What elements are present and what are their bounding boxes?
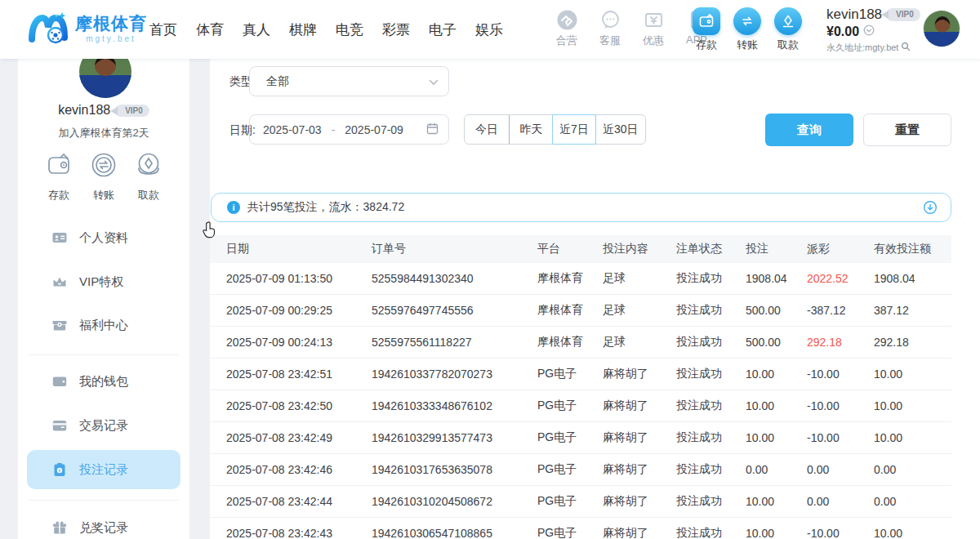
support-link[interactable]: 客服 bbox=[594, 9, 626, 48]
sidebar-wallet-actions: 存款 转账 取款 bbox=[18, 149, 189, 203]
cell-date: 2025-07-09 01:13:50 bbox=[226, 272, 372, 285]
range-last7days-button[interactable]: 近7日 bbox=[552, 114, 596, 145]
cell-order: 1942610317653635078 bbox=[372, 463, 537, 476]
header-withdraw-label: 取款 bbox=[777, 38, 799, 52]
partnership-link[interactable]: 合营 bbox=[550, 9, 583, 48]
sidebar-transfer-button[interactable]: 转账 bbox=[88, 149, 119, 203]
sidebar-item-transactions[interactable]: 交易记录 bbox=[27, 406, 180, 445]
transfer-icon bbox=[87, 149, 120, 181]
cell-order: 1942610337782070273 bbox=[372, 368, 537, 381]
query-button[interactable]: 查询 bbox=[765, 114, 853, 146]
summary-bar: i 共计95笔投注，流水：3824.72 bbox=[211, 193, 951, 222]
bet-records-icon bbox=[51, 461, 68, 478]
type-select[interactable]: 全部 bbox=[249, 66, 449, 96]
cell-valid: 10.00 bbox=[874, 368, 950, 381]
nav-item-esports[interactable]: 电竞 bbox=[336, 20, 363, 39]
cell-platform: PG电子 bbox=[537, 494, 603, 509]
sidebar-item-redeem-records[interactable]: 兑奖记录 bbox=[27, 508, 180, 539]
welfare-icon bbox=[51, 317, 68, 333]
sidebar-withdraw-label: 取款 bbox=[138, 188, 159, 203]
reset-button[interactable]: 重置 bbox=[863, 114, 951, 146]
nav-item-lottery[interactable]: 彩票 bbox=[382, 20, 410, 39]
cell-valid: 10.00 bbox=[874, 399, 950, 412]
quick-links: 合营 客服 优惠 bbox=[550, 9, 713, 48]
sidebar-withdraw-button[interactable]: 取款 bbox=[133, 149, 164, 203]
cell-date: 2025-07-09 00:29:25 bbox=[226, 304, 372, 317]
cell-content: 麻将胡了 bbox=[603, 462, 676, 477]
range-last30days-button[interactable]: 近30日 bbox=[595, 115, 645, 144]
nav-item-sports[interactable]: 体育 bbox=[196, 20, 224, 39]
cell-status: 投注成功 bbox=[676, 303, 746, 318]
nav-item-slots[interactable]: 电子 bbox=[429, 20, 457, 39]
col-order: 订单号 bbox=[372, 242, 537, 256]
cell-content: 麻将胡了 bbox=[603, 494, 676, 509]
cell-status: 投注成功 bbox=[676, 335, 746, 350]
id-card-icon bbox=[51, 229, 68, 246]
sidebar-item-label: 交易记录 bbox=[79, 418, 128, 434]
nav-item-live[interactable]: 真人 bbox=[243, 20, 270, 39]
cell-payout: -10.00 bbox=[807, 431, 874, 444]
header-deposit-button[interactable]: 存款 bbox=[692, 7, 721, 52]
sidebar-vip-badge: VIP0 bbox=[115, 105, 149, 117]
sidebar-item-profile[interactable]: 个人资料 bbox=[27, 218, 180, 257]
cell-bet: 500.00 bbox=[746, 304, 807, 317]
promo-link[interactable]: 优惠 bbox=[637, 9, 670, 48]
cell-bet: 1908.04 bbox=[746, 272, 807, 285]
promo-icon bbox=[643, 9, 665, 31]
header-wallet-actions: 存款 转账 取款 bbox=[692, 7, 803, 52]
table-row: 2025-07-08 23:42:51 1942610337782070273 … bbox=[210, 359, 951, 390]
sidebar-item-wallet[interactable]: 我的钱包 bbox=[27, 362, 180, 401]
cell-order: 5255975561118227 bbox=[372, 336, 537, 349]
withdraw-icon bbox=[132, 149, 165, 181]
cell-bet: 10.00 bbox=[746, 368, 807, 381]
balance-refresh-icon[interactable] bbox=[863, 24, 875, 39]
nav-item-entertainment[interactable]: 娱乐 bbox=[475, 20, 503, 39]
sidebar-deposit-button[interactable]: 存款 bbox=[43, 149, 74, 203]
header-avatar[interactable] bbox=[923, 10, 960, 47]
sidebar-item-label: 福利中心 bbox=[79, 318, 128, 333]
table-row: 2025-07-08 23:42:49 1942610329913577473 … bbox=[210, 422, 951, 454]
withdraw-icon bbox=[774, 7, 802, 35]
date-range-picker[interactable]: 2025-07-03 - 2025-07-09 bbox=[249, 114, 449, 145]
logo-subtitle: mgty.bet bbox=[75, 35, 147, 43]
table-row: 2025-07-09 01:13:50 5255984491302340 摩根体… bbox=[210, 263, 951, 295]
nav-item-home[interactable]: 首页 bbox=[149, 20, 177, 39]
chevron-down-icon bbox=[429, 74, 439, 89]
cell-content: 足球 bbox=[603, 271, 676, 286]
expand-circle-icon[interactable] bbox=[923, 200, 938, 215]
main-nav: 首页 体育 真人 棋牌 电竞 彩票 电子 娱乐 bbox=[149, 0, 503, 59]
header-withdraw-button[interactable]: 取款 bbox=[773, 7, 803, 52]
header-transfer-label: 转账 bbox=[737, 38, 758, 52]
sidebar-item-vip[interactable]: VIP特权 bbox=[27, 262, 180, 301]
sidebar-item-bet-records[interactable]: 投注记录 bbox=[27, 450, 180, 489]
cell-payout: 292.18 bbox=[807, 336, 874, 349]
transfer-icon bbox=[733, 7, 761, 35]
cell-bet: 10.00 bbox=[746, 527, 807, 539]
balance-value: ¥0.00 bbox=[826, 24, 859, 39]
sidebar-item-welfare[interactable]: 福利中心 bbox=[27, 305, 180, 345]
cell-status: 投注成功 bbox=[676, 526, 746, 539]
range-today-button[interactable]: 今日 bbox=[465, 115, 509, 144]
top-navigation-bar: 摩根体育 mgty.bet 首页 体育 真人 棋牌 电竞 彩票 电子 娱乐 合营 bbox=[0, 0, 980, 59]
header-transfer-button[interactable]: 转账 bbox=[733, 7, 762, 52]
cell-platform: PG电子 bbox=[537, 526, 603, 539]
cell-bet: 0.00 bbox=[746, 463, 807, 476]
col-status: 注单状态 bbox=[676, 242, 746, 256]
col-payout: 派彩 bbox=[807, 242, 874, 256]
cell-platform: 摩根体育 bbox=[537, 271, 603, 286]
cell-status: 投注成功 bbox=[676, 399, 746, 413]
logo-mark-icon bbox=[28, 8, 69, 49]
deposit-icon bbox=[693, 7, 720, 35]
username: kevin188 bbox=[826, 7, 882, 23]
logo-title: 摩根体育 bbox=[75, 15, 147, 32]
nav-item-cards[interactable]: 棋牌 bbox=[289, 20, 317, 39]
quick-range-group: 今日 昨天 近7日 近30日 bbox=[464, 114, 646, 145]
sidebar-item-label: 投注记录 bbox=[79, 462, 128, 478]
table-row: 2025-07-08 23:42:50 1942610333348676102 … bbox=[210, 390, 951, 422]
search-icon[interactable] bbox=[901, 42, 911, 54]
cell-payout: 0.00 bbox=[807, 495, 874, 508]
cell-content: 麻将胡了 bbox=[603, 526, 676, 539]
range-yesterday-button[interactable]: 昨天 bbox=[509, 115, 553, 144]
site-logo[interactable]: 摩根体育 mgty.bet bbox=[28, 8, 147, 49]
col-bet: 投注 bbox=[746, 242, 807, 256]
